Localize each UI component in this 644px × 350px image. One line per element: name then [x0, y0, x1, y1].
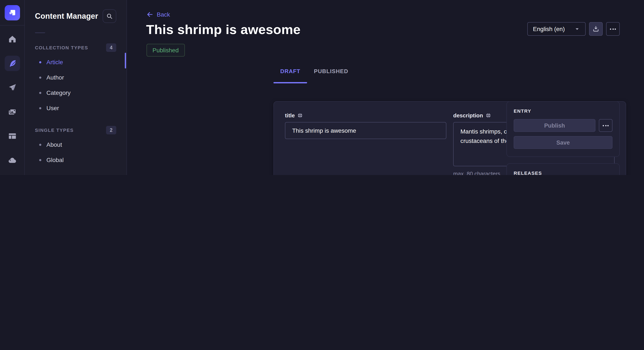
rail-divider [0, 25, 25, 25]
save-button[interactable]: Save [514, 136, 612, 149]
header-more-button[interactable] [606, 22, 620, 36]
content-manager-subnav: Content Manager COLLECTION TYPES 4 Artic… [25, 0, 127, 175]
more-icon [610, 28, 616, 29]
media-library-icon[interactable] [5, 104, 20, 120]
icon-rail: KD [0, 0, 25, 175]
search-icon [106, 13, 113, 19]
sidebar-item-user[interactable]: User [25, 100, 126, 116]
sidebar-item-label: Article [46, 59, 63, 65]
bullet-icon [39, 144, 41, 146]
title-field-group: title [285, 112, 446, 175]
entry-panel-title: ENTRY [514, 108, 612, 114]
download-icon [592, 25, 599, 32]
strapi-admin-app: KD Content Manager COLLECTION TYPES 4 Ar… [0, 0, 644, 175]
entry-actions-row: Publish [514, 119, 612, 132]
sidebar-item-about[interactable]: About [25, 137, 126, 152]
sidebar-item-article[interactable]: Article [25, 54, 126, 70]
arrow-left-icon [146, 11, 153, 18]
header-actions: English (en) [528, 22, 620, 36]
sidebar-item-global[interactable]: Global [25, 152, 126, 168]
draft-published-tabs: DRAFT PUBLISHED [274, 68, 355, 83]
content-manager-feather-icon[interactable] [5, 56, 20, 71]
back-link[interactable]: Back [146, 11, 170, 18]
main-content: Back This shrimp is awesome Published En… [127, 0, 644, 175]
back-label: Back [157, 11, 170, 18]
active-item-indicator [125, 53, 126, 68]
published-status-badge: Published [146, 44, 185, 57]
tab-label: PUBLISHED [314, 68, 348, 74]
title-field-label-row: title [285, 112, 446, 119]
bullet-icon [39, 92, 41, 94]
globe-i18n-icon [297, 113, 303, 118]
sidebar-item-author[interactable]: Author [25, 70, 126, 85]
sidebar-item-label: Global [46, 157, 64, 163]
strapi-logo-glyph [8, 8, 16, 17]
collection-types-count-badge: 4 [106, 43, 116, 52]
bullet-icon [39, 107, 41, 109]
bullet-icon [39, 159, 41, 161]
tab-label: DRAFT [280, 68, 300, 74]
collection-types-header: COLLECTION TYPES 4 [25, 41, 126, 54]
search-button[interactable] [103, 9, 116, 23]
page-title: This shrimp is awesome [146, 22, 301, 37]
releases-panel-title: RELEASES [514, 171, 612, 175]
subnav-divider [35, 32, 45, 33]
sidebar-item-label: About [46, 141, 62, 148]
section-label: COLLECTION TYPES [35, 45, 88, 50]
subnav-title: Content Manager [35, 12, 98, 21]
field-label: description [453, 112, 483, 119]
single-types-section: SINGLE TYPES 2 About Global [25, 123, 126, 168]
tab-published[interactable]: PUBLISHED [307, 68, 355, 83]
single-types-header: SINGLE TYPES 2 [25, 123, 126, 137]
field-label: title [285, 112, 295, 119]
strapi-logo-icon[interactable] [5, 5, 20, 20]
section-label: SINGLE TYPES [35, 128, 74, 133]
bullet-icon [39, 76, 41, 78]
collection-types-section: COLLECTION TYPES 4 Article Author Catego… [25, 41, 126, 116]
globe-i18n-icon [486, 113, 491, 118]
cloud-icon[interactable] [5, 153, 20, 168]
status-badge-label: Published [152, 47, 179, 54]
locale-select[interactable]: English (en) [528, 22, 586, 36]
subnav-header: Content Manager [25, 0, 126, 23]
paper-plane-icon[interactable] [5, 80, 20, 95]
download-button[interactable] [589, 22, 603, 36]
tab-draft[interactable]: DRAFT [274, 68, 307, 83]
content-builder-icon[interactable] [5, 128, 20, 144]
sidebar-item-label: Category [46, 89, 71, 96]
rail-menu [0, 31, 25, 175]
home-icon[interactable] [5, 31, 20, 47]
releases-panel: RELEASES Will be published in Spring Sum… [506, 163, 620, 175]
bullet-icon [39, 61, 41, 63]
sidebar-item-label: User [46, 105, 59, 111]
publish-button[interactable]: Publish [514, 119, 596, 132]
entry-panel: ENTRY Publish Save [506, 101, 620, 157]
title-input[interactable] [285, 122, 446, 139]
single-types-count-badge: 2 [106, 126, 116, 134]
sidebar-item-category[interactable]: Category [25, 85, 126, 100]
more-icon [603, 125, 609, 126]
entry-more-button[interactable] [599, 119, 612, 132]
sidebar-item-label: Author [46, 74, 64, 81]
locale-select-value: English (en) [533, 25, 565, 32]
chevron-down-icon [574, 26, 580, 32]
